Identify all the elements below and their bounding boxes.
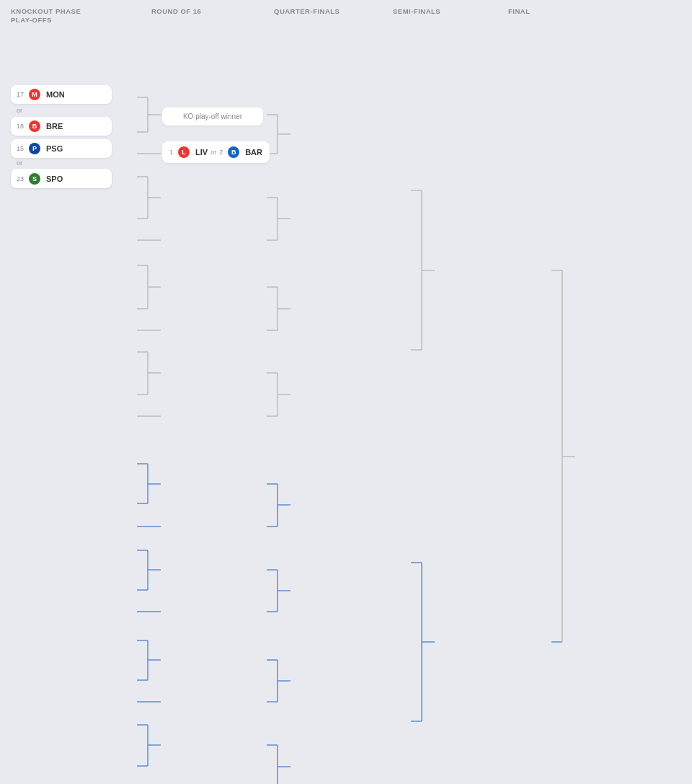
psg-logo: P <box>29 143 40 154</box>
team-mon: MON <box>46 90 65 99</box>
bracket-container: KNOCKOUT PHASEPLAY-OFFS ROUND OF 16 QUAR… <box>7 7 685 784</box>
bracket-wrapper: 17 M MON or 18 B BRE 15 <box>7 32 685 784</box>
r16-liv-bar: 1 L LIV or 2 B BAR <box>162 141 270 163</box>
team-bar: BAR <box>245 148 262 157</box>
header-final: FINAL <box>501 7 602 25</box>
team-spo: SPO <box>46 175 63 183</box>
ko-matchup-2: 15 P PSG <box>11 139 112 158</box>
ko-matchup-1b: or <box>11 107 28 114</box>
ko-matchup-3: 23 S SPO <box>11 169 112 188</box>
team-bre: BRE <box>46 122 63 131</box>
team-psg: PSG <box>46 144 63 153</box>
header-ko: KNOCKOUT PHASEPLAY-OFFS <box>11 7 144 25</box>
header-sf: SEMI-FINALS <box>386 7 501 25</box>
bar-logo: B <box>228 146 239 158</box>
bre-logo: B <box>29 120 40 132</box>
stage-headers: KNOCKOUT PHASEPLAY-OFFS ROUND OF 16 QUAR… <box>7 7 685 25</box>
team-liv: LIV <box>195 148 208 157</box>
ko-matchup-1: 17 M MON <box>11 85 112 104</box>
r16-ko-winner-1: KO play-off winner <box>162 107 263 125</box>
mon-logo: M <box>29 89 40 100</box>
header-qf: QUARTER-FINALS <box>267 7 386 25</box>
ko-matchup-1c: 18 B BRE <box>11 117 112 136</box>
header-r16: ROUND OF 16 <box>144 7 267 25</box>
spo-logo: S <box>29 173 40 185</box>
liv-logo: L <box>178 146 190 158</box>
